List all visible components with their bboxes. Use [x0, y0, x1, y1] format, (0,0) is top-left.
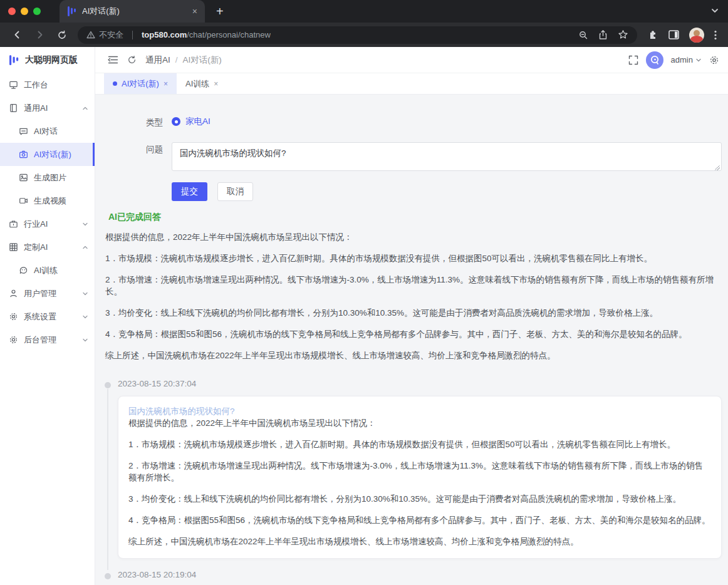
user-menu[interactable]: admin [671, 55, 702, 65]
browser-tab[interactable]: AI对话(新) × [60, 0, 205, 23]
chevron-up-icon [82, 105, 88, 111]
question-input[interactable]: 国内洗碗机市场的现状如何? [172, 142, 722, 171]
warning-icon [86, 31, 95, 39]
sidebar-item-label: AI对话(新) [34, 149, 71, 160]
sidebar-item-label: 用户管理 [24, 288, 56, 299]
sidebar-item-general-ai[interactable]: 通用AI [0, 96, 95, 120]
header-right-cluster: admin [628, 51, 719, 69]
radio-option-label: 家电AI [185, 116, 211, 127]
breadcrumb-level1[interactable]: 通用AI [145, 54, 170, 66]
tab-close-icon[interactable]: × [164, 80, 168, 88]
chevron-up-icon [82, 244, 88, 251]
view-tab-ai-chat-new[interactable]: AI对话(新) × [104, 73, 177, 94]
answer-paragraph: 综上所述，中国洗碗机市场在2022年上半年呈现出市场规模增长、线上市场增速较高、… [105, 349, 722, 361]
new-tab-button[interactable]: + [216, 4, 224, 19]
browser-tab-title: AI对话(新) [82, 6, 187, 17]
sidebar-item-ai-training[interactable]: AI训练 [0, 259, 95, 282]
timeline-dot-icon [105, 573, 111, 579]
history-paragraph: 1．市场规模：洗碗机市场规模逐步增长，进入百亿新时期。具体的市场规模数据没有提供… [128, 438, 711, 450]
cancel-button[interactable]: 取消 [217, 182, 253, 201]
history-question-title: 国内洗碗机市场的现状如何? [128, 405, 711, 417]
tab-close-icon[interactable]: × [192, 7, 197, 16]
history-timestamp: 2023-08-15 20:37:04 [118, 379, 722, 388]
security-indicator[interactable]: 不安全 [86, 29, 123, 41]
breadcrumb: 通用AI / AI对话(新) [145, 54, 222, 66]
sidebar-item-label: 工作台 [24, 80, 48, 91]
notebook-icon [9, 103, 18, 113]
page-content: 类型 家电AI 问题 国内洗碗机市场的现状如何? 提交 取消 AI已完成回答 [95, 95, 728, 585]
tab-search-chevron-icon[interactable] [710, 6, 719, 15]
image-icon [19, 173, 28, 182]
monitor-icon [9, 80, 18, 90]
share-icon[interactable] [598, 29, 608, 40]
chevron-down-icon [695, 57, 702, 63]
answer-paragraph: 根据提供的信息，2022年上半年中国洗碗机市场呈现出以下情况： [105, 231, 722, 243]
history-paragraph: 根据提供的信息，2022年上半年中国洗碗机市场呈现出以下情况： [128, 417, 711, 429]
zoom-icon[interactable] [578, 30, 588, 40]
submit-button[interactable]: 提交 [172, 182, 207, 201]
sidebar-item-custom-ai[interactable]: 定制AI [0, 236, 95, 259]
reload-button[interactable] [53, 26, 71, 44]
url-path: /chat/personai/chatnew [187, 30, 271, 39]
sidebar-item-label: AI对话 [34, 126, 58, 137]
answer-paragraph: 3．均价变化：线上和线下洗碗机的均价同比都有增长，分别为10.30%和10.35… [105, 307, 722, 319]
sidebar-item-workbench[interactable]: 工作台 [0, 73, 95, 96]
type-label: 类型 [144, 115, 163, 128]
answer-paragraph: 2．市场增速：洗碗机市场增速呈现出两种情况。线下市场增速为-3.0%，线上市场增… [105, 274, 722, 298]
sidebar-item-industry-ai[interactable]: 行业AI [0, 212, 95, 236]
sidebar-item-ai-chat[interactable]: AI对话 [0, 120, 95, 143]
sidebar-item-generate-image[interactable]: 生成图片 [0, 166, 95, 189]
question-label: 问题 [144, 142, 163, 173]
breadcrumb-separator: / [175, 55, 178, 65]
sidebar-item-generate-video[interactable]: 生成视频 [0, 189, 95, 212]
extensions-icon[interactable] [647, 29, 658, 41]
answer-body: 根据提供的信息，2022年上半年中国洗碗机市场呈现出以下情况：1．市场规模：洗碗… [105, 231, 722, 361]
back-button[interactable] [8, 26, 26, 44]
minimize-window-button[interactable] [21, 8, 28, 15]
sidebar-item-backend-management[interactable]: 后台管理 [0, 328, 95, 351]
history-paragraph: 3．均价变化：线上和线下洗碗机的均价同比都有增长，分别为10.30%和10.35… [128, 493, 711, 505]
site-favicon [67, 6, 76, 16]
view-tab-ai-training[interactable]: AI训练 × [177, 73, 227, 94]
menu-fold-icon[interactable] [108, 55, 118, 65]
breadcrumb-level2: AI对话(新) [183, 54, 222, 66]
camera-icon [19, 150, 28, 159]
history-paragraph: 2．市场增速：洗碗机市场增速呈现出两种情况。线下市场增速为-3.0%，线上市场增… [128, 460, 711, 484]
tabs-more-chevron-icon[interactable] [717, 80, 728, 88]
type-radio-option[interactable]: 家电AI [172, 115, 211, 128]
history-paragraph: 4．竞争格局：根据图55和图56，洗碗机市场的线下竞争格局和线上竞争格局都有多个… [128, 514, 711, 526]
browser-profile-avatar[interactable] [689, 28, 704, 43]
history-paragraph: 综上所述，中国洗碗机市场在2022年上半年呈现出市场规模增长、线上市场增速较高、… [128, 536, 711, 547]
app-logo[interactable]: 大聪明网页版 [0, 47, 95, 73]
sidebar-item-ai-chat-new[interactable]: AI对话(新) [0, 143, 95, 166]
user-avatar[interactable] [646, 51, 663, 69]
radio-selected-icon[interactable] [172, 117, 180, 126]
app-header: 通用AI / AI对话(新) admin [95, 47, 728, 73]
briefcase-icon [9, 219, 18, 229]
address-bar[interactable]: 不安全 top580.com/chat/personai/chatnew [78, 26, 637, 44]
sidebar-item-label: AI训练 [34, 265, 58, 276]
avatar-robot-icon [649, 54, 660, 66]
gear-icon [9, 335, 18, 344]
chevron-down-icon [82, 221, 88, 227]
bookmark-star-icon[interactable] [618, 29, 628, 40]
question-form-row: 问题 国内洗碗机市场的现状如何? [144, 142, 722, 173]
form-actions: 提交 取消 [172, 182, 728, 201]
settings-gear-icon[interactable] [709, 55, 719, 65]
tab-close-icon[interactable]: × [214, 80, 218, 88]
chevron-down-icon [82, 337, 88, 343]
history-card[interactable]: 国内洗碗机市场的现状如何? 根据提供的信息，2022年上半年中国洗碗机市场呈现出… [118, 396, 722, 559]
browser-menu-icon[interactable] [714, 30, 717, 40]
video-icon [19, 196, 28, 205]
refresh-icon[interactable] [127, 55, 137, 65]
zoom-window-button[interactable] [33, 8, 41, 15]
answer-status: AI已完成回答 [108, 212, 722, 223]
sidebar-item-user-management[interactable]: 用户管理 [0, 282, 95, 305]
forward-button[interactable] [30, 26, 49, 44]
fullscreen-icon[interactable] [628, 55, 638, 65]
side-panel-icon[interactable] [668, 30, 679, 39]
resize-handle[interactable] [714, 165, 720, 170]
sidebar: 大聪明网页版 工作台 通用AI AI对话 AI对话(新) [0, 47, 95, 585]
close-window-button[interactable] [8, 8, 16, 15]
sidebar-item-system-settings[interactable]: 系统设置 [0, 305, 95, 328]
